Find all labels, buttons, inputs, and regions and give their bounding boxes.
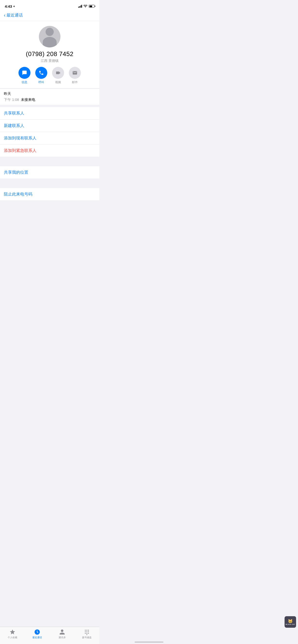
call-log-type: 未接来电 bbox=[21, 98, 35, 102]
share-contact-button[interactable]: 共享联系人 bbox=[0, 107, 99, 120]
video-icon bbox=[55, 70, 61, 76]
avatar-body bbox=[43, 37, 57, 48]
mail-label: 邮件 bbox=[72, 80, 78, 84]
nav-bar: ‹ 最近通话 bbox=[0, 10, 99, 21]
add-existing-contact-button[interactable]: 添加到现有联系人 bbox=[0, 132, 99, 144]
message-btn-circle bbox=[19, 67, 31, 79]
call-label: 呼叫 bbox=[38, 80, 44, 84]
status-time: 4:43 bbox=[5, 4, 15, 8]
share-location-section: 共享我的位置 bbox=[0, 166, 99, 178]
contact-action-list: 共享联系人 新建联系人 添加到现有联系人 添加到紧急联系人 bbox=[0, 107, 99, 157]
svg-point-0 bbox=[85, 7, 86, 8]
call-button[interactable]: 呼叫 bbox=[35, 67, 47, 84]
contact-number: (0798) 208 7452 bbox=[26, 50, 73, 58]
phone-icon bbox=[39, 70, 44, 76]
message-button[interactable]: 信息 bbox=[19, 67, 31, 84]
video-label: 视频 bbox=[55, 80, 61, 84]
time-display: 4:43 bbox=[5, 4, 12, 8]
block-number-button[interactable]: 阻止此来电号码 bbox=[0, 188, 99, 200]
battery-icon bbox=[89, 5, 95, 8]
section-gap-1 bbox=[0, 157, 99, 164]
avatar bbox=[39, 26, 60, 48]
action-buttons-row: 信息 呼叫 视频 bbox=[5, 67, 95, 84]
back-label: 最近通话 bbox=[7, 12, 23, 18]
video-button[interactable]: 视频 bbox=[52, 67, 64, 84]
back-chevron-icon: ‹ bbox=[4, 13, 6, 18]
bottom-gap bbox=[0, 200, 99, 204]
add-emergency-contact-button[interactable]: 添加到紧急联系人 bbox=[0, 144, 99, 157]
avatar-head bbox=[46, 28, 54, 36]
mail-icon bbox=[72, 70, 77, 76]
call-log-date: 昨天 bbox=[4, 92, 95, 96]
back-button[interactable]: ‹ 最近通话 bbox=[4, 12, 23, 18]
share-location-button[interactable]: 共享我的位置 bbox=[0, 166, 99, 178]
mail-button[interactable]: 邮件 bbox=[69, 67, 81, 84]
signal-icon bbox=[78, 5, 82, 8]
call-btn-circle bbox=[35, 67, 47, 79]
status-icons bbox=[78, 5, 95, 8]
wifi-icon bbox=[83, 5, 87, 8]
video-btn-circle bbox=[52, 67, 64, 79]
block-number-section: 阻止此来电号码 bbox=[0, 188, 99, 200]
message-icon bbox=[22, 70, 27, 76]
message-label: 信息 bbox=[22, 80, 27, 84]
call-log-time: 下午 1:08 bbox=[4, 98, 19, 102]
new-contact-button[interactable]: 新建联系人 bbox=[0, 120, 99, 132]
section-gap-2 bbox=[0, 178, 99, 186]
contact-location: 江西 景德镇 bbox=[41, 59, 59, 63]
status-bar: 4:43 bbox=[0, 0, 99, 10]
call-log-item: 下午 1:08 未接来电 bbox=[4, 98, 95, 102]
location-arrow-icon bbox=[13, 5, 15, 8]
contact-section: (0798) 208 7452 江西 景德镇 信息 bbox=[0, 21, 99, 88]
mail-btn-circle bbox=[69, 67, 81, 79]
call-log-section: 昨天 下午 1:08 未接来电 bbox=[0, 88, 99, 105]
